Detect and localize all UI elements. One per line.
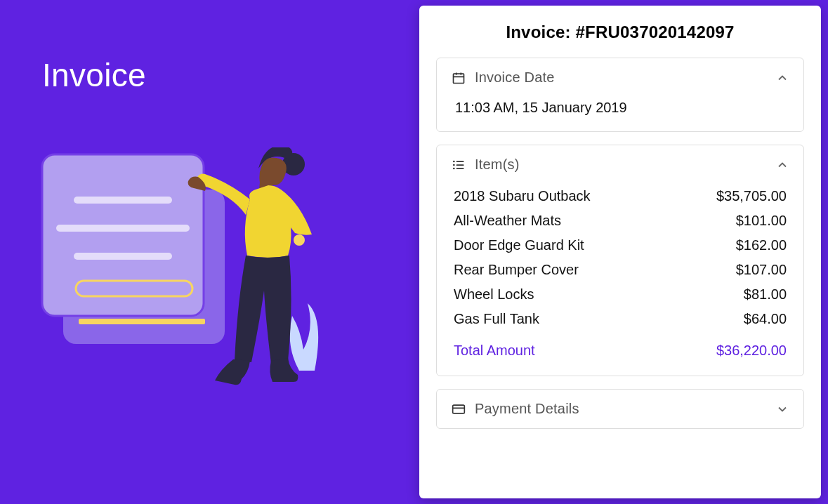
payment-card: Payment Details: [436, 389, 804, 429]
invoice-date-title: Invoice Date: [475, 69, 555, 86]
item-price: $35,705.00: [716, 188, 787, 204]
list-icon: [451, 157, 466, 173]
invoice-panel: Invoice: #FRU037020142097 Invoice Date: [419, 6, 821, 498]
invoice-date-value: 11:03 AM, 15 January 2019: [451, 97, 789, 119]
items-card: Item(s) 2018 Subaru Outback$35,705.00All…: [436, 145, 804, 376]
items-total-value: $36,220.00: [716, 343, 787, 359]
page-title: Invoice: [42, 56, 376, 94]
items-title: Item(s): [475, 157, 520, 173]
invoice-date-card: Invoice Date 11:03 AM, 15 January 2019: [436, 58, 804, 132]
svg-rect-4: [74, 253, 172, 260]
svg-rect-9: [454, 74, 464, 83]
svg-rect-16: [456, 164, 464, 166]
invoice-header-prefix: Invoice:: [506, 22, 575, 41]
chevron-up-icon: [775, 71, 789, 85]
items-header[interactable]: Item(s): [437, 145, 803, 184]
svg-rect-2: [74, 197, 172, 204]
item-price: $81.00: [744, 286, 787, 303]
item-name: All-Weather Mats: [454, 213, 561, 229]
items-total-row: Total Amount $36,220.00: [451, 338, 789, 363]
chevron-down-icon: [775, 402, 789, 416]
item-row: 2018 Subaru Outback$35,705.00: [451, 184, 789, 208]
item-price: $64.00: [744, 311, 787, 327]
svg-point-15: [453, 164, 455, 166]
payment-header[interactable]: Payment Details: [437, 390, 803, 428]
svg-point-17: [453, 167, 455, 169]
svg-point-8: [294, 234, 305, 246]
svg-rect-6: [79, 319, 205, 324]
items-total-label: Total Amount: [454, 343, 535, 359]
svg-point-13: [453, 160, 455, 162]
chevron-up-icon: [775, 158, 789, 172]
invoice-date-header[interactable]: Invoice Date: [437, 58, 803, 97]
svg-rect-18: [456, 168, 464, 169]
item-name: Rear Bumper Cover: [454, 262, 579, 278]
invoice-number: #FRU037020142097: [576, 22, 735, 41]
item-row: Wheel Locks$81.00: [451, 282, 789, 307]
item-row: Door Edge Guard Kit$162.00: [451, 233, 789, 258]
item-name: Gas Full Tank: [454, 311, 539, 327]
items-body: 2018 Subaru Outback$35,705.00All-Weather…: [437, 184, 803, 376]
item-price: $107.00: [736, 262, 787, 278]
invoice-date-body: 11:03 AM, 15 January 2019: [437, 97, 803, 131]
invoice-illustration: [35, 147, 344, 400]
svg-rect-14: [456, 161, 464, 162]
credit-card-icon: [451, 402, 466, 417]
calendar-icon: [451, 70, 466, 86]
item-price: $162.00: [736, 237, 787, 253]
item-name: Wheel Locks: [454, 286, 534, 303]
item-row: All-Weather Mats$101.00: [451, 208, 789, 233]
svg-rect-1: [42, 154, 204, 316]
svg-rect-19: [453, 405, 465, 413]
svg-rect-3: [56, 225, 190, 232]
invoice-panel-scroll[interactable]: Invoice: #FRU037020142097 Invoice Date: [419, 6, 821, 498]
invoice-number-header: Invoice: #FRU037020142097: [436, 22, 804, 42]
item-name: Door Edge Guard Kit: [454, 237, 584, 253]
item-row: Rear Bumper Cover$107.00: [451, 258, 789, 282]
payment-title: Payment Details: [475, 401, 579, 417]
item-name: 2018 Subaru Outback: [454, 188, 591, 204]
item-row: Gas Full Tank$64.00: [451, 307, 789, 331]
item-price: $101.00: [736, 213, 787, 229]
